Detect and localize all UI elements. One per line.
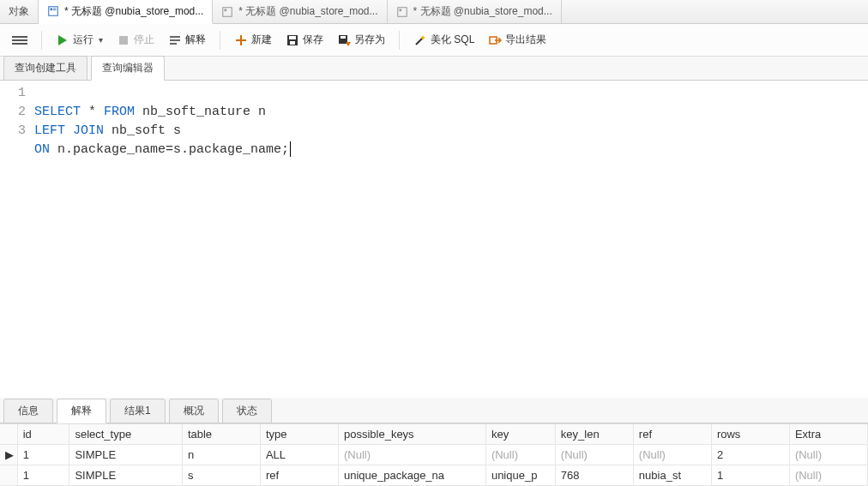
col-possible-keys[interactable]: possible_keys [338,424,485,445]
col-select-type[interactable]: select_type [69,424,182,445]
stop-icon [117,33,130,47]
menu-button[interactable] [7,32,33,49]
saveas-button[interactable]: 另存为 [332,30,390,50]
kw-select: SELECT [34,105,81,119]
export-icon [488,33,502,47]
tab-label: * 无标题 @nubia_store_mod... [238,4,377,19]
svg-rect-9 [119,36,128,45]
saveas-label: 另存为 [354,33,385,47]
text-cursor [290,141,291,157]
result-tab-status[interactable]: 状态 [222,399,272,423]
kw-on: ON [34,142,50,157]
kw-join: JOIN [73,123,104,138]
tab-label: * 无标题 @nubia_store_mod... [413,4,552,19]
svg-rect-19 [341,36,346,39]
result-tab-info[interactable]: 信息 [3,399,53,423]
row-marker-header [0,424,17,445]
kw-left: LEFT [34,123,65,138]
svg-rect-7 [399,9,401,11]
play-icon [56,33,69,47]
kw-from: FROM [104,105,135,119]
svg-rect-5 [225,9,227,11]
col-type[interactable]: type [260,424,338,445]
line-number: 2 [0,103,26,122]
col-id[interactable]: id [17,424,69,445]
svg-rect-14 [236,39,246,41]
query-icon [221,6,233,18]
beautify-label: 美化 SQL [431,33,474,47]
query-icon [396,6,408,18]
query-icon [47,5,59,17]
tab-query-3[interactable]: * 无标题 @nubia_store_mod... [388,0,562,23]
sql-editor[interactable]: 1 2 3 SELECT * FROM nb_soft_nature n LEF… [0,81,868,398]
editor-tabs: 查询创建工具 查询编辑器 [0,57,868,81]
svg-rect-16 [289,36,296,39]
current-row-marker: ▶ [0,445,17,465]
svg-rect-2 [53,9,57,9]
col-key[interactable]: key [485,424,555,445]
explain-label: 解释 [185,33,206,47]
tab-objects[interactable]: 对象 [0,0,39,23]
separator [41,31,42,50]
svg-rect-4 [223,7,232,16]
file-tabs: 对象 * 无标题 @nubia_store_mod... * 无标题 @nubi… [0,0,868,24]
svg-line-21 [416,38,423,45]
save-label: 保存 [303,33,323,47]
line-gutter: 1 2 3 [0,84,34,398]
floppy-icon [286,33,299,47]
hamburger-icon [12,34,27,46]
table-row[interactable]: ▶ 1 SIMPLE n ALL (Null) (Null) (Null) (N… [0,445,868,465]
svg-rect-6 [397,7,407,16]
run-label: 运行 [73,33,93,47]
wand-icon [413,33,427,47]
separator [220,31,220,50]
result-tab-result1[interactable]: 结果1 [110,399,166,423]
explain-icon [168,33,182,47]
chevron-down-icon: ▾ [99,35,103,45]
stop-label: 停止 [134,33,154,47]
export-label: 导出结果 [505,33,546,47]
save-button[interactable]: 保存 [280,30,329,50]
tab-label: * 无标题 @nubia_store_mod... [64,4,203,19]
col-extra[interactable]: Extra [789,424,867,445]
col-rows[interactable]: rows [711,424,789,445]
new-label: 新建 [251,33,272,47]
saveas-icon [337,33,351,47]
separator [399,31,400,50]
toolbar: 运行 ▾ 停止 解释 新建 保存 另存为 美化 SQL [0,24,868,57]
col-ref[interactable]: ref [633,424,711,445]
new-button[interactable]: 新建 [229,30,277,50]
beautify-button[interactable]: 美化 SQL [408,30,479,50]
stop-button[interactable]: 停止 [112,30,160,50]
svg-rect-10 [170,36,180,38]
svg-rect-1 [51,9,53,11]
tab-query-2[interactable]: * 无标题 @nubia_store_mod... [213,0,387,23]
tab-query-builder[interactable]: 查询创建工具 [3,56,87,80]
run-button[interactable]: 运行 ▾ [51,30,108,50]
col-key-len[interactable]: key_len [555,424,633,445]
table-row[interactable]: 1 SIMPLE s ref unique_package_na unique_… [0,465,868,486]
result-tab-explain[interactable]: 解释 [57,399,106,423]
svg-rect-11 [170,39,180,41]
tab-query-editor[interactable]: 查询编辑器 [91,56,165,81]
row-marker [0,465,17,486]
line-number: 1 [0,84,26,103]
svg-rect-17 [290,41,295,45]
col-table[interactable]: table [182,424,260,445]
svg-rect-0 [49,7,58,16]
tab-query-1[interactable]: * 无标题 @nubia_store_mod... [39,0,213,24]
svg-marker-8 [58,35,67,45]
result-tabs: 信息 解释 结果1 概况 状态 [0,398,868,423]
line-number: 3 [0,122,26,141]
tab-label: 对象 [9,4,29,19]
code-area[interactable]: SELECT * FROM nb_soft_nature n LEFT JOIN… [34,84,868,398]
explain-button[interactable]: 解释 [163,30,211,50]
svg-rect-3 [53,9,57,10]
explain-grid: id select_type table type possible_keys … [0,423,868,487]
header-row: id select_type table type possible_keys … [0,424,868,445]
result-tab-profile[interactable]: 概况 [169,399,219,423]
export-button[interactable]: 导出结果 [483,30,552,50]
svg-marker-20 [346,42,351,46]
plus-icon [234,33,248,47]
svg-rect-12 [170,43,177,45]
